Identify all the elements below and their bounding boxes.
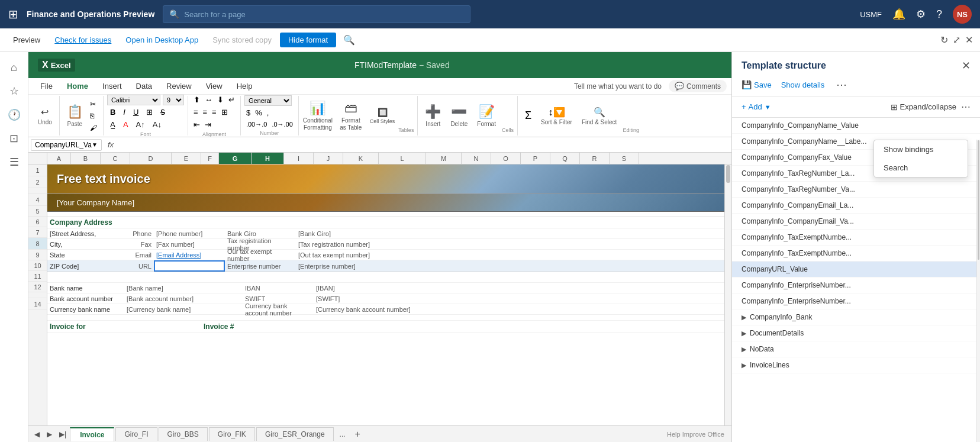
fill-color-button[interactable]: A̲ [107,119,118,130]
col-N[interactable]: N [462,153,491,164]
expand-collapse-button[interactable]: ⊞ Expand/collapse [891,102,956,112]
corner-cell[interactable] [28,153,47,164]
tree-item-11[interactable]: CompanyInfo_EnterpriseNumber... [732,278,980,293]
sheet-tab-giro-bbs[interactable]: Giro_BBS [159,427,208,441]
align-center-button[interactable]: ≡ [201,107,209,118]
number-format-select[interactable]: General [244,95,292,106]
tree-item-9[interactable]: CompanyInfo_TaxExemptNumbe... [732,246,980,262]
excel-menu-review[interactable]: Review [159,79,199,93]
show-bindings-item[interactable]: Show bindings [874,140,968,159]
list-icon[interactable]: ☰ [4,151,25,173]
decrease-indent-button[interactable]: ⇤ [192,119,202,130]
format-as-table-button[interactable]: 🗃 Format as Table [336,98,366,134]
row-12[interactable]: 12 [28,282,47,292]
recent-icon[interactable]: 🕐 [4,104,25,125]
sync-copy-button[interactable]: Sync stored copy [207,33,278,47]
sort-filter-button[interactable]: ↕🔽 Sort & Filter [537,104,576,128]
tree-group-document[interactable]: ▶ DocumentDetails [732,325,980,341]
tree-item-8[interactable]: CompanyInfo_TaxExemptNumbe... [732,230,980,246]
vertical-scrollbar[interactable] [724,164,731,425]
excel-menu-help[interactable]: Help [230,79,260,93]
decrease-decimal-button[interactable]: .00→.0 [244,120,269,129]
align-left-button[interactable]: ≡ [192,107,200,118]
home-icon[interactable]: ⌂ [4,57,25,78]
add-button[interactable]: + Add ▼ [742,102,771,111]
excel-menu-view[interactable]: View [199,79,230,93]
merge-cells-button[interactable]: ⊞ [220,107,230,118]
col-B[interactable]: B [71,153,101,164]
excel-menu-insert[interactable]: Insert [95,79,129,93]
sheet-tab-giro-fi[interactable]: Giro_FI [115,427,157,441]
tree-group-nodata[interactable]: ▶ NoData [732,341,980,357]
row-3[interactable] [28,188,47,194]
conditional-formatting-button[interactable]: 📊 Conditional Formatting [302,98,333,134]
col-Q[interactable]: Q [550,153,580,164]
col-E[interactable]: E [172,153,201,164]
excel-menu-home[interactable]: Home [60,79,95,93]
show-details-button[interactable]: Show details [781,80,825,89]
row-5[interactable]: 5 [28,206,47,217]
align-middle-button[interactable]: ↔ [203,95,214,105]
align-top-button[interactable]: ⬆ [192,95,202,105]
col-S[interactable]: S [610,153,639,164]
col-L[interactable]: L [379,153,426,164]
col-G[interactable]: G [219,153,252,164]
row-14[interactable]: 14 [28,298,47,310]
col-A[interactable]: A [47,153,71,164]
align-right-button[interactable]: ≡ [210,107,218,118]
tree-group-bank[interactable]: ▶ CompanyInfo_Bank [732,309,980,325]
add-sheet-button[interactable]: + [350,427,365,442]
excel-menu-file[interactable]: File [33,79,60,93]
col-I[interactable]: I [284,153,314,164]
comments-button[interactable]: 💬 Comments [669,80,727,92]
panel-close-button[interactable]: ✕ [962,59,971,72]
format-button[interactable]: 📝 Format [473,102,499,130]
italic-button[interactable]: I [120,107,128,118]
close-ribbon-icon[interactable]: ✕ [965,34,973,46]
row-9[interactable]: 9 [28,250,47,260]
grow-font-button[interactable]: A↑ [133,119,148,130]
cell-styles-icon[interactable]: 🔲 [378,108,388,117]
add-dropdown-icon[interactable]: ▼ [765,104,771,111]
tell-me-input[interactable]: Tell me what you want to do [567,80,669,93]
tree-item-12[interactable]: CompanyInfo_EnterpriseNumber... [732,293,980,309]
row-7[interactable]: 7 [28,227,47,238]
undo-button[interactable]: ↩ Undo [34,104,56,128]
align-bottom-button[interactable]: ⬇ [215,95,225,105]
font-color-button[interactable]: A [120,119,131,130]
search-item[interactable]: Search [874,159,968,177]
settings-icon[interactable]: ⚙ [916,8,926,21]
comma-button[interactable]: , [265,107,271,118]
check-issues-button[interactable]: Check for issues [49,33,117,47]
border-button[interactable]: ⊞ [143,107,156,118]
workspace-icon[interactable]: ⊡ [4,128,25,149]
col-F[interactable]: F [201,153,219,164]
sum-button[interactable]: Σ [521,107,535,124]
sheet-tab-invoice[interactable]: Invoice [70,427,114,441]
wrap-text-button[interactable]: ↵ [227,95,237,105]
cell-ref-dropdown-icon[interactable]: ▼ [92,141,98,148]
tab-end-button[interactable]: ▶| [56,429,70,440]
paste-button[interactable]: 📋 Paste [63,102,86,130]
font-size-select[interactable]: 9 [163,95,184,105]
row-4[interactable]: 4 [28,194,47,206]
row-8[interactable]: 8 [28,238,47,250]
tree-item-10-selected[interactable]: CompanyURL_Value [732,262,980,278]
tree-group-invoice-lines[interactable]: ▶ InvoiceLines [732,357,980,373]
col-O[interactable]: O [491,153,521,164]
col-M[interactable]: M [426,153,462,164]
font-family-select[interactable]: Calibri [107,95,160,105]
bell-icon[interactable]: 🔔 [892,8,905,21]
strikethrough-button[interactable]: S̶ [157,107,168,118]
col-K[interactable]: K [343,153,379,164]
increase-indent-button[interactable]: ⇥ [203,119,213,130]
insert-button[interactable]: ➕ Insert [421,102,444,130]
panel-scrollbar[interactable] [976,140,980,442]
sheet-tab-more[interactable]: ... [335,428,350,441]
find-select-button[interactable]: 🔍 Find & Select [578,104,620,128]
row-2[interactable]: 2 [28,176,47,188]
percent-button[interactable]: % [253,107,264,118]
panel-more-button[interactable]: ⋯ [836,78,847,91]
row-1[interactable]: 1 [28,164,47,176]
tree-item-7[interactable]: CompanyInfo_CompanyEmail_Va... [732,214,980,230]
